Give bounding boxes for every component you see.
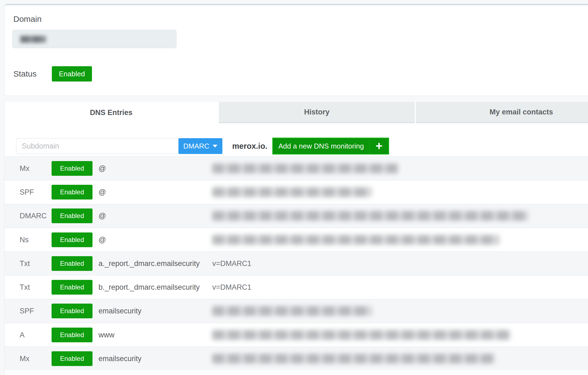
record-status-badge[interactable]: Enabled xyxy=(52,185,92,199)
record-name: @ xyxy=(99,188,106,196)
record-name: b._report._dmarc.emailsecurity xyxy=(99,283,200,292)
record-value-redacted xyxy=(212,235,499,245)
domain-suffix-label: merox.io. xyxy=(232,138,267,154)
record-type-label: Txt xyxy=(20,283,30,292)
record-name: @ xyxy=(99,164,106,173)
table-row[interactable]: Ns Enabled @ xyxy=(5,228,588,251)
dns-table: Mx Enabled @ SPF Enabled @ DMARC Enabled… xyxy=(5,156,588,370)
record-status-badge[interactable]: Enabled xyxy=(52,351,92,366)
record-name: @ xyxy=(99,212,106,220)
record-type-label: SPF xyxy=(20,307,34,315)
dns-panel: DNS Entries History My email contacts DM… xyxy=(4,102,588,375)
tab-my-email-contacts[interactable]: My email contacts xyxy=(416,102,588,123)
record-status-badge[interactable]: Enabled xyxy=(52,304,92,318)
status-row: Status Enabled xyxy=(13,66,92,81)
table-row[interactable]: SPF Enabled @ xyxy=(5,180,588,204)
record-status-badge[interactable]: Enabled xyxy=(52,256,92,271)
table-row[interactable]: Txt Enabled b._report._dmarc.emailsecuri… xyxy=(5,275,588,299)
record-value: v=DMARC1 xyxy=(212,283,251,292)
domain-label: Domain xyxy=(13,14,41,24)
record-value-redacted xyxy=(212,354,495,364)
status-label: Status xyxy=(13,69,52,78)
add-dns-monitoring-label: Add a new DNS monitoring xyxy=(273,138,369,154)
dns-toolbar: DMARC merox.io. Add a new DNS monitoring… xyxy=(5,138,588,154)
table-row[interactable]: SPF Enabled emailsecurity xyxy=(5,299,588,323)
record-name: @ xyxy=(99,235,106,244)
record-value: v=DMARC1 xyxy=(212,259,251,268)
record-status-badge[interactable]: Enabled xyxy=(52,328,92,342)
record-value-redacted xyxy=(212,164,398,173)
add-dns-monitoring-button[interactable]: Add a new DNS monitoring + xyxy=(272,138,389,155)
subdomain-input[interactable] xyxy=(16,138,178,154)
record-type-label: Ns xyxy=(20,235,29,244)
tab-dns-entries[interactable]: DNS Entries xyxy=(5,102,218,123)
table-row[interactable]: Txt Enabled a._report._dmarc.emailsecuri… xyxy=(5,251,588,275)
table-row[interactable]: A Enabled www xyxy=(5,323,588,346)
record-value-redacted xyxy=(212,187,372,197)
record-status-badge[interactable]: Enabled xyxy=(52,161,92,176)
record-name: emailsecurity xyxy=(99,307,142,315)
record-type-label: Txt xyxy=(20,259,30,268)
record-value-redacted xyxy=(212,211,529,221)
plus-icon[interactable]: + xyxy=(369,138,388,154)
domain-input[interactable] xyxy=(12,30,177,48)
domain-status-badge[interactable]: Enabled xyxy=(52,66,92,81)
record-name: a._report._dmarc.emailsecurity xyxy=(99,259,200,268)
record-type-label: Mx xyxy=(20,355,29,363)
table-row[interactable]: DMARC Enabled @ xyxy=(5,204,588,228)
table-row[interactable]: Mx Enabled emailsecurity xyxy=(5,346,588,370)
record-value-redacted xyxy=(212,306,372,316)
record-type-label: SPF xyxy=(20,188,34,196)
tab-history[interactable]: History xyxy=(219,102,415,123)
record-name: emailsecurity xyxy=(99,355,142,363)
domain-value-redacted xyxy=(20,36,46,43)
record-name: www xyxy=(99,331,115,339)
record-status-badge[interactable]: Enabled xyxy=(52,280,92,295)
record-type-selected-label: DMARC xyxy=(183,142,209,150)
record-type-label: Mx xyxy=(20,164,29,173)
record-type-label: DMARC xyxy=(20,212,47,220)
table-row[interactable]: Mx Enabled @ xyxy=(5,156,588,180)
record-status-badge[interactable]: Enabled xyxy=(52,208,92,223)
record-status-badge[interactable]: Enabled xyxy=(52,232,92,247)
record-value-redacted xyxy=(212,330,510,340)
record-type-dropdown[interactable]: DMARC xyxy=(178,138,222,154)
domain-card: Domain Status Enabled xyxy=(4,4,588,96)
chevron-down-icon xyxy=(213,145,217,147)
record-type-label: A xyxy=(20,331,25,339)
